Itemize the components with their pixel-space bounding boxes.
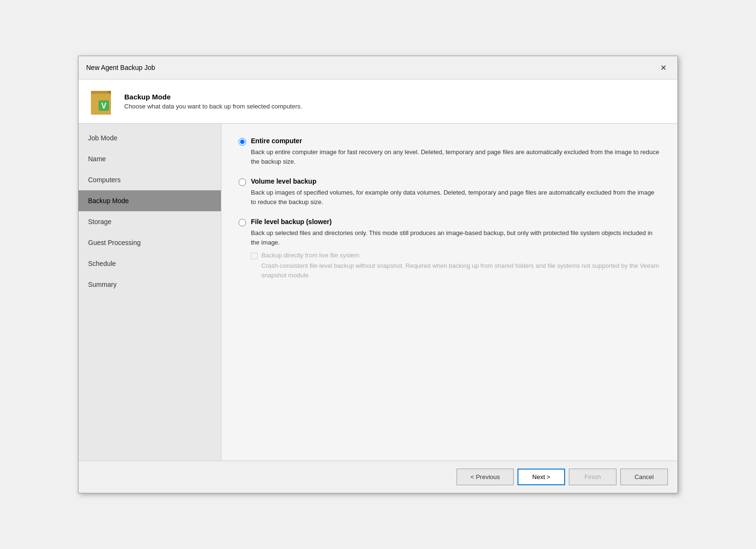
option-file-level: File level backup (slower) Back up selec…	[239, 218, 660, 280]
main-content: Entire computer Back up entire computer …	[221, 124, 677, 461]
sidebar: Job Mode Name Computers Backup Mode Stor…	[79, 124, 221, 461]
sidebar-item-storage[interactable]: Storage	[79, 211, 221, 232]
sidebar-item-name[interactable]: Name	[79, 148, 221, 169]
dialog: New Agent Backup Job ✕ V Backup Mode Cho…	[78, 56, 678, 493]
option-volume-level: Volume level backup Back up images of sp…	[239, 177, 660, 206]
sidebar-item-backup-mode[interactable]: Backup Mode	[79, 190, 221, 211]
sidebar-item-computers[interactable]: Computers	[79, 169, 221, 190]
sidebar-item-schedule[interactable]: Schedule	[79, 253, 221, 274]
title-bar: New Agent Backup Job ✕	[79, 56, 677, 79]
radio-entire-computer[interactable]	[239, 138, 246, 146]
label-volume-level[interactable]: Volume level backup	[251, 177, 316, 185]
label-direct-live: Backup directly from live file system	[261, 252, 359, 259]
desc-entire-computer: Back up entire computer image for fast r…	[251, 147, 660, 166]
finish-button[interactable]: Finish	[569, 469, 617, 485]
sidebar-item-job-mode[interactable]: Job Mode	[79, 127, 221, 148]
next-button[interactable]: Next >	[517, 469, 565, 485]
veeam-logo-icon: V	[88, 87, 117, 116]
option-entire-computer: Entire computer Back up entire computer …	[239, 137, 660, 166]
checkbox-direct-live[interactable]	[251, 253, 258, 259]
label-entire-computer[interactable]: Entire computer	[251, 137, 302, 145]
sidebar-item-guest-processing[interactable]: Guest Processing	[79, 232, 221, 253]
desc-direct-live: Crash-consistent file-level backup witho…	[261, 261, 660, 280]
close-button[interactable]: ✕	[657, 61, 670, 74]
header-description: Choose what data you want to back up fro…	[124, 103, 302, 110]
svg-text:V: V	[101, 102, 107, 110]
dialog-title: New Agent Backup Job	[86, 64, 155, 71]
header-title: Backup Mode	[124, 93, 302, 101]
content-area: Job Mode Name Computers Backup Mode Stor…	[79, 124, 677, 461]
footer: < Previous Next > Finish Cancel	[79, 461, 677, 493]
radio-file-level[interactable]	[239, 219, 246, 226]
header-section: V Backup Mode Choose what data you want …	[79, 79, 677, 124]
sidebar-item-summary[interactable]: Summary	[79, 274, 221, 295]
cancel-button[interactable]: Cancel	[620, 469, 668, 485]
label-file-level[interactable]: File level backup (slower)	[251, 218, 332, 225]
previous-button[interactable]: < Previous	[457, 469, 514, 485]
desc-file-level: Back up selected files and directories o…	[251, 228, 660, 247]
desc-volume-level: Back up images of specified volumes, for…	[251, 188, 660, 206]
header-text: Backup Mode Choose what data you want to…	[124, 93, 302, 110]
radio-volume-level[interactable]	[239, 178, 246, 186]
sub-option-direct-live: Backup directly from live file system Cr…	[251, 252, 660, 280]
